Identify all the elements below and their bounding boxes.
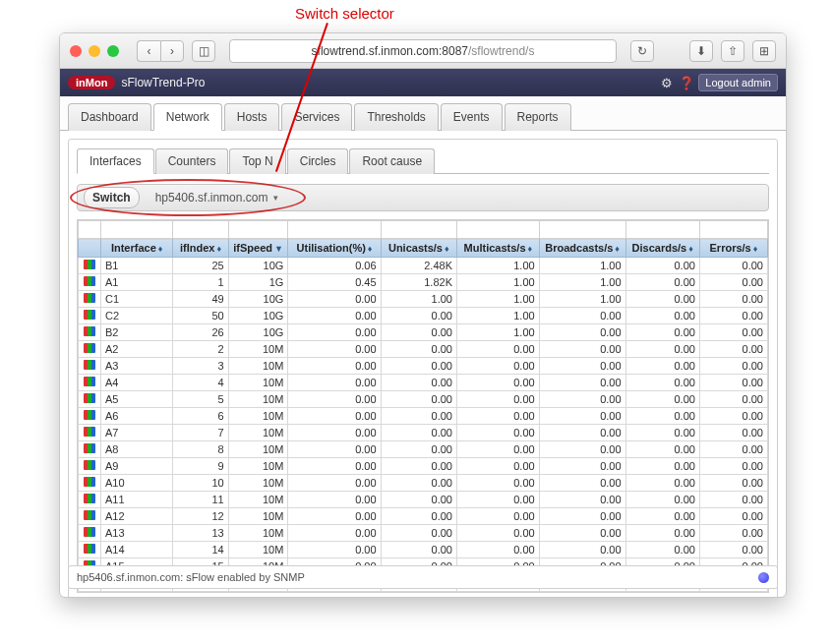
cell-ifIndex: 50 [173, 308, 228, 324]
gear-icon[interactable]: ⚙ [659, 75, 675, 90]
cell-ifSpeed: 10M [228, 375, 288, 391]
table-row[interactable]: A6610M0.000.000.000.000.000.00 [79, 408, 768, 425]
url-host: sflowtrend.sf.inmon.com:8087 [312, 44, 468, 58]
cell-ifSpeed: 10G [228, 308, 288, 324]
column-header-ifSpeed[interactable]: ifSpeed▼ [228, 239, 288, 258]
row-chart-icon[interactable] [79, 274, 101, 291]
forward-button[interactable]: › [160, 40, 184, 62]
cell-multicasts: 1.00 [456, 308, 539, 324]
table-row[interactable]: A2210M0.000.000.000.000.000.00 [79, 341, 768, 358]
column-header-interface[interactable]: Interface♦ [101, 239, 173, 258]
cell-errors: 0.00 [699, 492, 767, 508]
row-chart-icon[interactable] [79, 291, 101, 308]
table-row[interactable]: C25010G0.000.001.000.000.000.00 [79, 308, 768, 324]
cell-discards: 0.00 [625, 258, 699, 274]
logout-button[interactable]: Logout admin [698, 74, 778, 91]
share-button[interactable]: ⇧ [721, 40, 744, 62]
table-row[interactable]: A3310M0.000.000.000.000.000.00 [79, 358, 768, 375]
row-chart-icon[interactable] [79, 324, 101, 341]
column-filter[interactable] [381, 221, 456, 239]
url-bar[interactable]: sflowtrend.sf.inmon.com:8087/sflowtrend/… [229, 39, 617, 63]
table-row[interactable]: A131310M0.000.000.000.000.000.00 [79, 525, 768, 542]
column-filter[interactable] [456, 221, 539, 239]
table-row[interactable]: A8810M0.000.000.000.000.000.00 [79, 441, 768, 458]
column-header-util[interactable]: Utilisation(%)♦ [288, 239, 381, 258]
tab-thresholds[interactable]: Thresholds [354, 103, 438, 131]
cell-unicasts: 0.00 [381, 492, 456, 508]
row-chart-icon[interactable] [79, 458, 101, 475]
subtab-circles[interactable]: Circles [287, 148, 349, 174]
subtab-root-cause[interactable]: Root cause [349, 148, 435, 174]
zoom-icon[interactable] [107, 45, 119, 57]
tab-reports[interactable]: Reports [505, 103, 571, 131]
table-row[interactable]: A141410M0.000.000.000.000.000.00 [79, 542, 768, 558]
table-row[interactable]: A5510M0.000.000.000.000.000.00 [79, 391, 768, 408]
row-chart-icon[interactable] [79, 425, 101, 441]
cell-discards: 0.00 [625, 274, 699, 291]
tab-dashboard[interactable]: Dashboard [68, 103, 151, 131]
row-chart-icon[interactable] [79, 341, 101, 358]
cell-interface: A8 [101, 441, 173, 458]
row-chart-icon[interactable] [79, 408, 101, 425]
minimize-icon[interactable] [89, 45, 100, 57]
tab-hosts[interactable]: Hosts [224, 103, 280, 131]
column-filter[interactable] [173, 221, 228, 239]
cell-errors: 0.00 [699, 291, 767, 308]
table-row[interactable]: B12510G0.062.48K1.001.000.000.00 [79, 258, 768, 274]
cell-broadcasts: 0.00 [539, 425, 625, 441]
column-filter[interactable] [288, 221, 381, 239]
table-row[interactable]: A121210M0.000.000.000.000.000.00 [79, 508, 768, 525]
table-row[interactable]: A9910M0.000.000.000.000.000.00 [79, 458, 768, 475]
table-row[interactable]: B22610G0.000.001.000.000.000.00 [79, 324, 768, 341]
table-row[interactable]: A111110M0.000.000.000.000.000.00 [79, 492, 768, 508]
row-chart-icon[interactable] [79, 375, 101, 391]
row-chart-icon[interactable] [79, 258, 101, 274]
switch-dropdown[interactable]: hp5406.sf.inmon.com ▾ [148, 188, 287, 207]
column-filter[interactable] [228, 221, 288, 239]
row-chart-icon[interactable] [79, 508, 101, 525]
table-row[interactable]: A101010M0.000.000.000.000.000.00 [79, 475, 768, 492]
column-filter[interactable] [101, 221, 173, 239]
cell-errors: 0.00 [699, 391, 767, 408]
cell-unicasts: 2.48K [381, 258, 456, 274]
subtab-counters[interactable]: Counters [155, 148, 229, 174]
close-icon[interactable] [70, 45, 82, 57]
column-header-ifIndex[interactable]: ifIndex♦ [173, 239, 228, 258]
cell-ifSpeed: 1G [228, 274, 288, 291]
column-header-errors[interactable]: Errors/s♦ [699, 239, 767, 258]
back-button[interactable]: ‹ [137, 40, 160, 62]
row-chart-icon[interactable] [79, 358, 101, 375]
help-icon[interactable]: ❓ [679, 75, 694, 90]
cell-errors: 0.00 [699, 358, 767, 375]
reload-button[interactable]: ↻ [630, 40, 654, 62]
column-filter[interactable] [79, 221, 101, 239]
row-chart-icon[interactable] [79, 492, 101, 508]
table-row[interactable]: A7710M0.000.000.000.000.000.00 [79, 425, 768, 441]
column-header-icon[interactable] [79, 239, 101, 258]
tab-events[interactable]: Events [441, 103, 503, 131]
row-chart-icon[interactable] [79, 308, 101, 324]
table-row[interactable]: C14910G0.001.001.001.000.000.00 [79, 291, 768, 308]
row-chart-icon[interactable] [79, 441, 101, 458]
cell-util: 0.00 [288, 358, 381, 375]
column-filter[interactable] [625, 221, 699, 239]
column-header-broadcasts[interactable]: Broadcasts/s♦ [539, 239, 625, 258]
cell-discards: 0.00 [625, 425, 699, 441]
column-filter[interactable] [539, 221, 625, 239]
row-chart-icon[interactable] [79, 542, 101, 558]
chevron-down-icon: ▾ [273, 193, 278, 203]
row-chart-icon[interactable] [79, 525, 101, 542]
downloads-button[interactable]: ⬇ [689, 40, 713, 62]
sidebar-button[interactable]: ◫ [192, 40, 215, 62]
subtab-interfaces[interactable]: Interfaces [77, 148, 154, 174]
row-chart-icon[interactable] [79, 475, 101, 492]
tab-network[interactable]: Network [153, 103, 222, 131]
table-row[interactable]: A4410M0.000.000.000.000.000.00 [79, 375, 768, 391]
row-chart-icon[interactable] [79, 391, 101, 408]
table-row[interactable]: A111G0.451.82K1.001.000.000.00 [79, 274, 768, 291]
column-header-multicasts[interactable]: Multicasts/s♦ [456, 239, 539, 258]
column-header-discards[interactable]: Discards/s♦ [625, 239, 699, 258]
column-header-unicasts[interactable]: Unicasts/s♦ [381, 239, 456, 258]
tabs-button[interactable]: ⊞ [752, 40, 776, 62]
column-filter[interactable] [699, 221, 767, 239]
